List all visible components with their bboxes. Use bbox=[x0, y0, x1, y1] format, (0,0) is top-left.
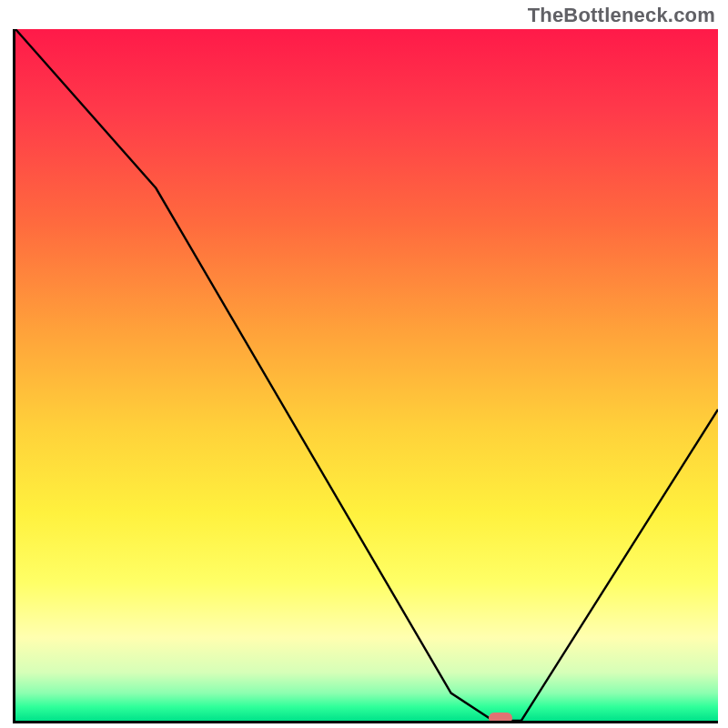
curve-path bbox=[15, 29, 718, 721]
plot-area bbox=[13, 29, 718, 723]
chart-container: TheBottleneck.com bbox=[0, 0, 728, 728]
curve-svg bbox=[15, 29, 718, 721]
data-marker bbox=[489, 713, 512, 723]
watermark-text: TheBottleneck.com bbox=[528, 4, 715, 27]
